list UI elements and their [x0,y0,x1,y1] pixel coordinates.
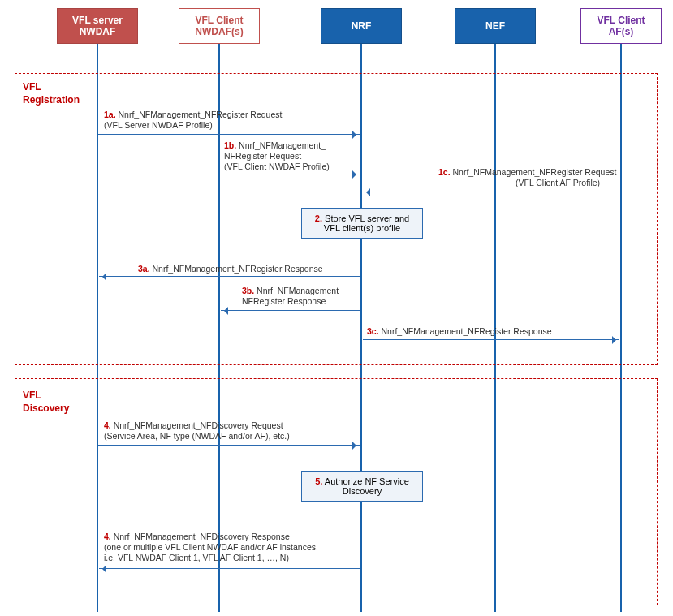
msg-1a: 1a. Nnrf_NFManagement_NFRegister Request… [104,110,282,131]
note-5-authorize: 5. Authorize NF Service Discovery [301,471,423,502]
msg-3b: 3b. Nnrf_NFManagement_ NFRegister Respon… [242,286,343,307]
phase-vfl-registration-label: VFL Registration [23,81,88,106]
msg-3c: 3c. Nnrf_NFManagement_NFRegister Respons… [367,326,552,337]
note-2-store-profile: 2. Store VFL server and VFL client(s) pr… [301,208,423,239]
arrow-4-response [99,568,360,569]
msg-1b: 1b. Nnrf_NFManagement_ NFRegister Reques… [224,140,330,172]
arrow-3c [363,339,619,340]
sequence-diagram: VFL server NWDAF VFL Client NWDAF(s) NRF… [0,0,673,616]
msg-3a: 3a. Nnrf_NFManagement_NFRegister Respons… [138,264,323,274]
participant-nef: NEF [455,8,536,44]
arrow-3b [221,310,360,311]
arrow-1a [98,134,360,135]
arrow-4-request [98,445,360,446]
participant-vfl-server-nwdaf: VFL server NWDAF [57,8,138,44]
phase-vfl-discovery-label: VFL Discovery [23,390,88,415]
arrow-1c [363,192,619,192]
msg-4-response: 4. Nnrf_NFManagement_NFDiscovery Respons… [104,532,318,563]
msg-4-request: 4. Nnrf_NFManagement_NFDiscovery Request… [104,420,290,442]
msg-1c: 1c. Nnrf_NFManagement_NFRegister Request… [438,167,616,188]
participant-vfl-client-nwdaf: VFL Client NWDAF(s) [179,8,260,44]
arrow-1b [220,174,360,174]
arrow-3a [99,276,360,277]
participant-nrf: NRF [321,8,402,44]
participant-vfl-client-af: VFL Client AF(s) [580,8,662,44]
